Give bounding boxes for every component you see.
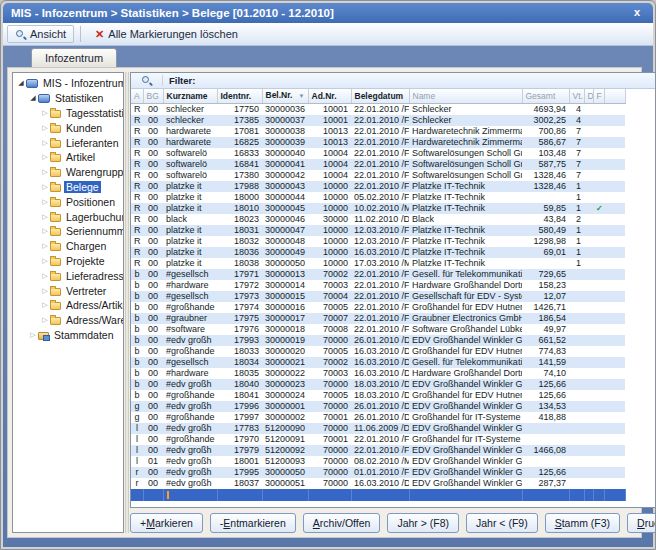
table-row[interactable]: b00#gesellsch17971300000137000222.01.201… — [131, 269, 625, 280]
expand-arrow-icon[interactable]: ▷ — [40, 286, 50, 296]
table-row[interactable]: l00#edv großh17783512000907000011.06.200… — [131, 423, 625, 434]
tree-item-lieferadressen[interactable]: ▷Lieferadressen — [13, 268, 123, 283]
tree-grid-splitter[interactable] — [125, 72, 129, 533]
table-row[interactable]: b00#gesellsch17973300000157000422.01.201… — [131, 291, 625, 302]
table-row[interactable]: g00#edv großh17996300000017000026.01.201… — [131, 401, 625, 412]
tree-item-adress-artikel[interactable]: ▷Adress/Artikel — [13, 298, 123, 313]
tree-item-adress-warengruppen[interactable]: ▷Adress/Warengruppen — [13, 313, 123, 328]
table-row[interactable]: r00#edv großh17995300000507000001.01.201… — [131, 467, 625, 478]
markieren-button[interactable]: + Markieren — [130, 513, 203, 533]
column-header-name[interactable]: Name — [409, 89, 522, 103]
table-row[interactable]: b00#großhande17974300000167000522.01.201… — [131, 302, 625, 313]
table-row[interactable]: R00platzke it18038300000501000017.03.201… — [131, 258, 625, 269]
selected-row[interactable] — [131, 489, 625, 501]
table-row[interactable]: R00schlecker17385300000371000122.01.2010… — [131, 115, 625, 126]
table-row[interactable]: b00#software17976300000187000822.01.2010… — [131, 324, 625, 335]
table-row[interactable]: R00black18023300000463000011.02.2010 /Do… — [131, 214, 625, 225]
expand-arrow-icon[interactable]: ▷ — [40, 182, 50, 192]
table-row[interactable]: b00#großhande18041300000247000518.03.201… — [131, 390, 625, 401]
druck-f4-button[interactable]: Druck (F4) — [627, 513, 656, 533]
tree-item-artikel[interactable]: ▷Artikel — [13, 150, 123, 165]
column-header-a[interactable]: A — [131, 89, 143, 103]
table-row[interactable]: b00#edv großh18040300000237000018.03.201… — [131, 379, 625, 390]
table-row[interactable]: l01#edv großh18001512000937000008.02.201… — [131, 456, 625, 467]
table-row[interactable]: R00softwarelö17380300000421000422.01.201… — [131, 170, 625, 181]
column-header-gesamt[interactable]: Gesamt — [522, 89, 569, 103]
column-header-f[interactable]: F — [593, 89, 604, 103]
tree-item-kunden[interactable]: ▷Kunden — [13, 120, 123, 135]
tree-item-stammdaten[interactable]: ▷Stammdaten — [13, 328, 123, 343]
table-row[interactable]: b00#edv großh17993300000197000026.01.201… — [131, 335, 625, 346]
archiv-offen-button[interactable]: Archiv/Offen — [303, 513, 381, 533]
tree-item-warengruppen[interactable]: ▷Warengruppen — [13, 165, 123, 180]
column-header-bg[interactable]: BG — [143, 89, 163, 103]
expand-arrow-icon[interactable]: ▷ — [40, 123, 50, 133]
tree-item-projekte[interactable]: ▷Projekte — [13, 254, 123, 269]
column-header-kurzname[interactable]: Kurzname — [163, 89, 217, 103]
expand-arrow-icon[interactable]: ▷ — [40, 212, 50, 222]
table-row[interactable]: R00platzke it18032300000481000012.03.201… — [131, 236, 625, 247]
tree-item-chargen[interactable]: ▷Chargen — [13, 239, 123, 254]
jahr-f8-button[interactable]: Jahr > (F8) — [387, 513, 459, 533]
table-row[interactable]: r00#edv großh18037300000517000016.03.201… — [131, 478, 625, 489]
table-row[interactable]: b00#graubner17975300000177000722.01.2010… — [131, 313, 625, 324]
expand-arrow-icon[interactable]: ▷ — [40, 197, 50, 207]
table-row[interactable]: R00schlecker17750300000361000122.01.2010… — [131, 103, 625, 115]
table-row[interactable]: b00#hardware17972300000147000322.01.2010… — [131, 280, 625, 291]
tree-item-belege[interactable]: ▷Belege — [13, 180, 123, 195]
column-header-identnr[interactable]: Identnr. — [217, 89, 262, 103]
jahr-f9-button[interactable]: Jahr < (F9) — [466, 513, 538, 533]
column-header-vt[interactable]: Vt. — [569, 89, 584, 103]
table-row[interactable]: b00#gesellsch18034300000217000216.03.201… — [131, 357, 625, 368]
stamm-f3-button[interactable]: Stamm (F3) — [545, 513, 620, 533]
table-row[interactable]: R00platzke it18036300000491000016.03.201… — [131, 247, 625, 258]
table-row[interactable]: b00#hardware18035300000227000316.03.2010… — [131, 368, 625, 379]
expand-arrow-icon[interactable]: ▷ — [40, 226, 50, 236]
entmarkieren-button[interactable]: - Entmarkieren — [210, 513, 296, 533]
expand-arrow-icon[interactable]: ▷ — [40, 108, 50, 118]
tree-item-tagesstatistik[interactable]: ▷Tagesstatistik — [13, 106, 123, 121]
table-row[interactable]: b00#großhande18033300000207000516.03.201… — [131, 346, 625, 357]
tree-item-lagerbuchungen[interactable]: ▷Lagerbuchungen — [13, 209, 123, 224]
column-header-d[interactable]: D — [584, 89, 593, 103]
table-row[interactable]: l00#großhande17970512000917000122.01.201… — [131, 434, 625, 445]
table-row[interactable]: R00hardwarete17081300000381001322.01.201… — [131, 126, 625, 137]
column-header-belegdatum[interactable]: Belegdatum — [351, 89, 409, 103]
tree-item-vertreter[interactable]: ▷Vertreter — [13, 283, 123, 298]
expand-arrow-icon[interactable]: ▷ — [40, 138, 50, 148]
table-row[interactable]: R00platzke it18010300000451000010.02.201… — [131, 203, 625, 214]
table-row[interactable]: R00softwarelö16833300000401000422.01.201… — [131, 148, 625, 159]
table-row[interactable]: R00platzke it17988300000431000022.01.201… — [131, 181, 625, 192]
tree-item-mis-infozentrum[interactable]: ◢MIS - Infozentrum — [13, 76, 123, 91]
ansicht-button[interactable]: Ansicht — [7, 25, 74, 43]
clear-marks-button[interactable]: ✕ Alle Markierungen löschen — [87, 25, 246, 43]
expand-arrow-icon[interactable]: ▷ — [40, 300, 50, 310]
expand-arrow-icon[interactable]: ▷ — [40, 315, 50, 325]
cell-d — [584, 126, 593, 137]
tree-item-seriennummern[interactable]: ▷Seriennummern — [13, 224, 123, 239]
table-row[interactable]: g00#großhande17997300000027000126.01.201… — [131, 412, 625, 423]
tab-infozentrum[interactable]: Infozentrum — [31, 48, 117, 67]
table-row[interactable]: R00platzke it18031300000471000012.03.201… — [131, 225, 625, 236]
cell-f — [593, 269, 604, 280]
column-header-bel-nr[interactable]: Bel.Nr.▼ — [262, 89, 308, 103]
close-button[interactable]: x — [629, 6, 645, 20]
column-header-ad-nr[interactable]: Ad.Nr. — [308, 89, 351, 103]
tree-item-positionen[interactable]: ▷Positionen — [13, 194, 123, 209]
expand-arrow-icon[interactable]: ▷ — [40, 152, 50, 162]
table-row[interactable]: l00#edv großh17979512000927000022.01.201… — [131, 445, 625, 456]
tree-item-statistiken[interactable]: ◢Statistiken — [13, 91, 123, 106]
table-row[interactable]: R00hardwarete16825300000391001322.01.201… — [131, 137, 625, 148]
tree-item-lieferanten[interactable]: ▷Lieferanten — [13, 135, 123, 150]
cell-ad-nr: 70003 — [308, 368, 351, 379]
filter-row[interactable]: Filter: — [131, 73, 656, 89]
expand-arrow-icon[interactable]: ▷ — [28, 330, 38, 340]
expand-arrow-icon[interactable]: ▷ — [40, 271, 50, 281]
expand-arrow-icon[interactable]: ▷ — [40, 256, 50, 266]
table-row[interactable]: R00softwarelö16841300000411000422.01.201… — [131, 159, 625, 170]
collapse-arrow-icon[interactable]: ◢ — [16, 78, 26, 88]
expand-arrow-icon[interactable]: ▷ — [40, 241, 50, 251]
collapse-arrow-icon[interactable]: ◢ — [28, 93, 38, 103]
table-row[interactable]: R00platzke it18000300000441000005.02.201… — [131, 192, 625, 203]
expand-arrow-icon[interactable]: ▷ — [40, 167, 50, 177]
